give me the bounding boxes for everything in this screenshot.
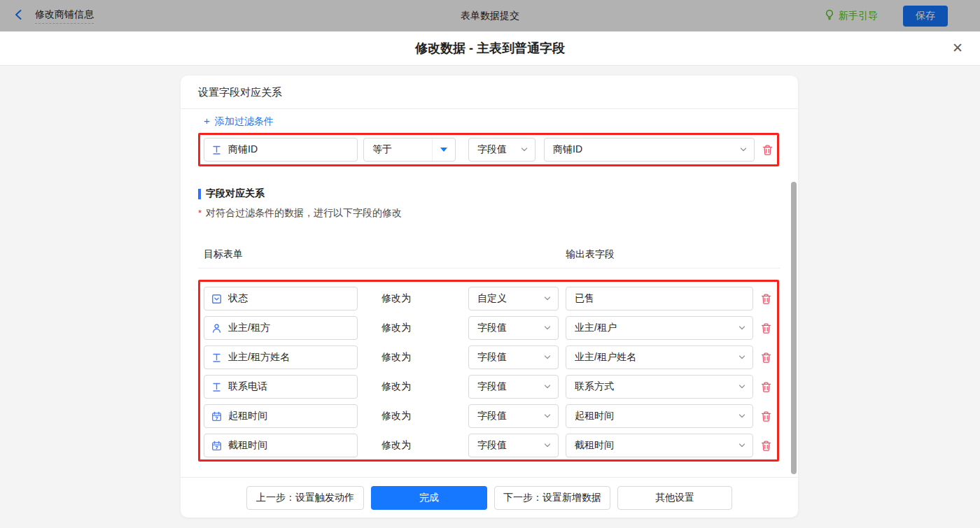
delete-row-button[interactable] xyxy=(760,381,772,393)
chevron-down-icon xyxy=(543,294,558,303)
prev-step-button[interactable]: 上一步：设置触发动作 xyxy=(246,486,364,510)
text-field-icon xyxy=(211,352,222,363)
filter-condition-row-highlight: 商铺ID 等于 字段值 商铺ID xyxy=(198,133,779,166)
delete-row-button[interactable] xyxy=(760,322,772,334)
delete-row-button[interactable] xyxy=(760,352,772,364)
chevron-down-icon xyxy=(543,441,558,450)
modify-to-label: 修改为 xyxy=(382,322,411,334)
required-asterisk: * xyxy=(198,208,202,218)
chevron-down-icon xyxy=(738,412,752,420)
target-field-input[interactable]: 截租时间 xyxy=(204,434,358,457)
output-field-select[interactable]: 联系方式 xyxy=(566,375,753,399)
dropdown-caret-icon xyxy=(432,138,455,161)
page-title: 表单数据提交 xyxy=(461,10,519,22)
lightbulb-icon xyxy=(824,9,835,22)
custom-value-input[interactable]: 已售 xyxy=(566,287,753,311)
dialog-body: 设置字段对应关系 +添加过滤条件 商铺ID 等于 字段值 xyxy=(0,66,980,528)
filter-field-input[interactable]: 商铺ID xyxy=(204,138,358,162)
filter-value-type-select[interactable]: 字段值 xyxy=(468,138,536,162)
value-type-select[interactable]: 字段值 xyxy=(468,404,559,428)
done-button[interactable]: 完成 xyxy=(371,486,487,510)
date-field-icon xyxy=(211,441,222,451)
value-type-select[interactable]: 自定义 xyxy=(468,287,559,311)
section-accent-bar xyxy=(198,189,201,199)
column-headers: 目标表单 输出表字段 xyxy=(204,248,763,261)
output-field-select[interactable]: 起租时间 xyxy=(566,404,753,428)
delete-row-button[interactable] xyxy=(760,440,772,452)
modify-to-label: 修改为 xyxy=(382,410,411,422)
next-step-button[interactable]: 下一步：设置新增数据 xyxy=(494,486,610,510)
plus-icon: + xyxy=(204,115,210,127)
add-filter-condition-link[interactable]: +添加过滤条件 xyxy=(204,115,274,128)
value-type-select[interactable]: 字段值 xyxy=(468,316,559,340)
panel-title: 设置字段对应关系 xyxy=(181,76,798,109)
modify-to-label: 修改为 xyxy=(382,292,411,305)
save-button[interactable]: 保存 xyxy=(903,6,948,27)
value-type-select[interactable]: 字段值 xyxy=(468,434,559,457)
target-field-input[interactable]: 状态 xyxy=(204,287,358,311)
modify-to-label: 修改为 xyxy=(382,351,411,364)
dialog-header: 修改数据 - 主表到普通字段 ✕ xyxy=(0,31,980,66)
beginner-guide-link[interactable]: 新手引导 xyxy=(824,9,878,22)
target-field-input[interactable]: 联系电话 xyxy=(204,375,358,399)
chevron-down-icon xyxy=(738,353,752,362)
value-type-select[interactable]: 字段值 xyxy=(468,375,559,399)
close-icon[interactable]: ✕ xyxy=(952,39,963,57)
vertical-scrollbar-thumb[interactable] xyxy=(791,182,797,474)
target-field-input[interactable]: 起租时间 xyxy=(204,404,358,428)
modify-to-label: 修改为 xyxy=(382,380,411,393)
chevron-down-icon xyxy=(543,324,558,332)
text-field-icon xyxy=(211,145,222,155)
mapping-row: 截租时间 修改为 字段值 截租时间 xyxy=(204,434,777,457)
modify-to-label: 修改为 xyxy=(382,439,411,452)
mapping-row: 状态 修改为 自定义 已售 xyxy=(204,287,777,311)
mapping-row: 联系电话 修改为 字段值 联系方式 xyxy=(204,375,777,399)
filter-operator-select[interactable]: 等于 xyxy=(363,138,456,162)
delete-row-button[interactable] xyxy=(760,293,772,305)
value-type-select[interactable]: 字段值 xyxy=(468,345,559,369)
chevron-down-icon xyxy=(543,383,558,391)
mapping-description: *对符合过滤条件的数据，进行以下字段的修改 xyxy=(198,207,402,220)
panel-footer: 上一步：设置触发动作 完成 下一步：设置新增数据 其他设置 xyxy=(181,477,798,518)
chevron-down-icon xyxy=(520,145,535,154)
chevron-down-icon xyxy=(543,412,558,420)
mapping-rows-highlight: 状态 修改为 自定义 已售 业主/租方 xyxy=(198,280,779,462)
chevron-down-icon xyxy=(739,145,754,154)
chevron-down-icon xyxy=(543,353,558,362)
chevron-down-icon xyxy=(738,441,752,450)
panel-scroll-area: +添加过滤条件 商铺ID 等于 字段值 商铺ID xyxy=(181,109,798,477)
mapping-row: 业主/租方 修改为 字段值 业主/租户 xyxy=(204,316,777,340)
add-field-link[interactable] xyxy=(204,228,209,240)
target-field-input[interactable]: 业主/租方姓名 xyxy=(204,345,358,369)
mapping-row: 业主/租方姓名 修改为 字段值 业主/租户姓名 xyxy=(204,345,777,369)
back-button[interactable] xyxy=(13,8,25,24)
output-field-select[interactable]: 截租时间 xyxy=(566,434,753,457)
app-top-bar: 修改商铺信息 表单数据提交 新手引导 保存 xyxy=(0,0,980,31)
text-field-icon xyxy=(211,382,222,392)
divider xyxy=(198,268,780,269)
chevron-down-icon xyxy=(738,383,752,391)
filter-value-field-select[interactable]: 商铺ID xyxy=(544,138,755,162)
dialog-title: 修改数据 - 主表到普通字段 xyxy=(0,31,980,65)
other-settings-button[interactable]: 其他设置 xyxy=(617,486,732,510)
user-field-icon xyxy=(211,323,222,334)
mapping-row: 起租时间 修改为 字段值 起租时间 xyxy=(204,404,777,428)
date-field-icon xyxy=(211,411,222,422)
form-name-title[interactable]: 修改商铺信息 xyxy=(35,8,94,24)
back-chevron-icon xyxy=(13,8,25,24)
target-field-input[interactable]: 业主/租方 xyxy=(204,316,358,340)
output-field-select[interactable]: 业主/租户 xyxy=(566,316,753,340)
column-output-field: 输出表字段 xyxy=(566,248,615,261)
select-field-icon xyxy=(211,294,222,304)
column-target-form: 目标表单 xyxy=(204,248,243,259)
delete-row-button[interactable] xyxy=(760,411,772,422)
chevron-down-icon xyxy=(738,324,752,332)
output-field-select[interactable]: 业主/租户姓名 xyxy=(566,345,753,369)
mapping-section-title: 字段对应关系 xyxy=(198,187,265,200)
delete-filter-button[interactable] xyxy=(762,144,774,156)
field-mapping-panel: 设置字段对应关系 +添加过滤条件 商铺ID 等于 字段值 xyxy=(181,76,798,518)
